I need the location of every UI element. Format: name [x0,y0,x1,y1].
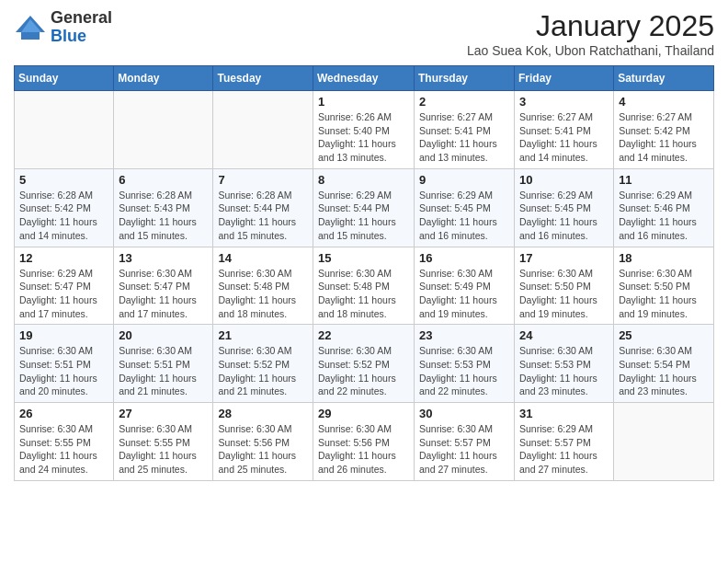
day-number: 23 [419,328,509,342]
day-number: 29 [318,407,409,420]
day-number: 12 [19,251,108,265]
calendar-cell: 27Sunrise: 6:30 AM Sunset: 5:55 PM Dayli… [114,403,213,481]
day-number: 7 [218,173,308,187]
weekday-header: Tuesday [213,66,313,91]
logo-icon [14,14,47,41]
calendar-cell: 5Sunrise: 6:28 AM Sunset: 5:42 PM Daylig… [15,168,114,247]
day-info: Sunrise: 6:30 AM Sunset: 5:52 PM Dayligh… [318,344,409,398]
location-title: Lao Suea Kok, Ubon Ratchathani, Thailand [467,43,714,58]
calendar-cell: 11Sunrise: 6:29 AM Sunset: 5:46 PM Dayli… [614,168,714,247]
calendar-cell: 21Sunrise: 6:30 AM Sunset: 5:52 PM Dayli… [213,325,313,403]
calendar-week-row: 5Sunrise: 6:28 AM Sunset: 5:42 PM Daylig… [15,168,714,247]
day-number: 18 [619,251,709,265]
day-info: Sunrise: 6:27 AM Sunset: 5:41 PM Dayligh… [419,110,509,165]
calendar-cell: 28Sunrise: 6:30 AM Sunset: 5:56 PM Dayli… [213,403,313,481]
logo-text: General Blue [51,9,112,46]
calendar-cell: 19Sunrise: 6:30 AM Sunset: 5:51 PM Dayli… [15,325,114,403]
calendar-week-row: 12Sunrise: 6:29 AM Sunset: 5:47 PM Dayli… [15,247,714,325]
day-info: Sunrise: 6:30 AM Sunset: 5:56 PM Dayligh… [218,422,308,477]
month-title: January 2025 [467,9,714,43]
calendar-cell: 12Sunrise: 6:29 AM Sunset: 5:47 PM Dayli… [15,247,114,325]
day-info: Sunrise: 6:30 AM Sunset: 5:55 PM Dayligh… [119,422,208,477]
day-number: 8 [318,173,409,187]
calendar-table: SundayMondayTuesdayWednesdayThursdayFrid… [14,65,714,481]
day-number: 26 [19,407,108,420]
calendar-week-row: 1Sunrise: 6:26 AM Sunset: 5:40 PM Daylig… [15,91,714,169]
day-info: Sunrise: 6:30 AM Sunset: 5:55 PM Dayligh… [19,422,108,477]
calendar-cell: 8Sunrise: 6:29 AM Sunset: 5:44 PM Daylig… [313,168,415,247]
title-block: January 2025 Lao Suea Kok, Ubon Ratchath… [467,9,714,58]
day-info: Sunrise: 6:30 AM Sunset: 5:50 PM Dayligh… [619,267,709,321]
calendar-cell: 17Sunrise: 6:30 AM Sunset: 5:50 PM Dayli… [515,247,614,325]
day-number: 2 [419,95,509,109]
day-info: Sunrise: 6:29 AM Sunset: 5:44 PM Dayligh… [318,189,409,243]
calendar-cell: 16Sunrise: 6:30 AM Sunset: 5:49 PM Dayli… [415,247,515,325]
day-info: Sunrise: 6:30 AM Sunset: 5:51 PM Dayligh… [19,344,108,398]
day-number: 22 [318,328,409,342]
weekday-header: Monday [114,66,213,91]
day-number: 9 [419,173,509,187]
day-info: Sunrise: 6:30 AM Sunset: 5:49 PM Dayligh… [419,267,509,321]
weekday-header: Sunday [15,66,114,91]
calendar-cell: 9Sunrise: 6:29 AM Sunset: 5:45 PM Daylig… [415,168,515,247]
calendar-cell [15,91,114,169]
day-info: Sunrise: 6:27 AM Sunset: 5:41 PM Dayligh… [519,110,609,165]
weekday-header-row: SundayMondayTuesdayWednesdayThursdayFrid… [15,66,714,91]
day-info: Sunrise: 6:30 AM Sunset: 5:54 PM Dayligh… [619,344,709,398]
day-info: Sunrise: 6:29 AM Sunset: 5:45 PM Dayligh… [519,189,609,243]
weekday-header: Wednesday [313,66,415,91]
calendar-cell: 15Sunrise: 6:30 AM Sunset: 5:48 PM Dayli… [313,247,415,325]
calendar-cell: 4Sunrise: 6:27 AM Sunset: 5:42 PM Daylig… [614,91,714,169]
day-info: Sunrise: 6:28 AM Sunset: 5:42 PM Dayligh… [19,189,108,243]
calendar-cell: 6Sunrise: 6:28 AM Sunset: 5:43 PM Daylig… [114,168,213,247]
weekday-header: Thursday [415,66,515,91]
calendar-week-row: 26Sunrise: 6:30 AM Sunset: 5:55 PM Dayli… [15,403,714,481]
day-number: 11 [619,173,709,187]
day-info: Sunrise: 6:28 AM Sunset: 5:44 PM Dayligh… [218,189,308,243]
calendar-cell: 2Sunrise: 6:27 AM Sunset: 5:41 PM Daylig… [415,91,515,169]
day-number: 24 [519,328,609,342]
day-info: Sunrise: 6:30 AM Sunset: 5:53 PM Dayligh… [519,344,609,398]
day-number: 15 [318,251,409,265]
day-info: Sunrise: 6:29 AM Sunset: 5:46 PM Dayligh… [619,189,709,243]
day-number: 1 [318,95,409,109]
day-info: Sunrise: 6:30 AM Sunset: 5:56 PM Dayligh… [318,422,409,477]
day-info: Sunrise: 6:29 AM Sunset: 5:57 PM Dayligh… [519,422,609,477]
calendar-cell: 22Sunrise: 6:30 AM Sunset: 5:52 PM Dayli… [313,325,415,403]
calendar-cell: 30Sunrise: 6:30 AM Sunset: 5:57 PM Dayli… [415,403,515,481]
day-number: 4 [619,95,709,109]
day-number: 13 [119,251,208,265]
day-info: Sunrise: 6:30 AM Sunset: 5:52 PM Dayligh… [218,344,308,398]
calendar-cell: 18Sunrise: 6:30 AM Sunset: 5:50 PM Dayli… [614,247,714,325]
logo: General Blue [14,9,112,46]
day-info: Sunrise: 6:30 AM Sunset: 5:48 PM Dayligh… [318,267,409,321]
day-info: Sunrise: 6:29 AM Sunset: 5:45 PM Dayligh… [419,189,509,243]
weekday-header: Saturday [614,66,714,91]
day-number: 27 [119,407,208,420]
day-number: 10 [519,173,609,187]
calendar-cell: 20Sunrise: 6:30 AM Sunset: 5:51 PM Dayli… [114,325,213,403]
day-number: 6 [119,173,208,187]
day-number: 3 [519,95,609,109]
day-number: 14 [218,251,308,265]
day-info: Sunrise: 6:27 AM Sunset: 5:42 PM Dayligh… [619,110,709,165]
day-info: Sunrise: 6:30 AM Sunset: 5:51 PM Dayligh… [119,344,208,398]
day-info: Sunrise: 6:28 AM Sunset: 5:43 PM Dayligh… [119,189,208,243]
day-number: 31 [519,407,609,420]
day-info: Sunrise: 6:30 AM Sunset: 5:48 PM Dayligh… [218,267,308,321]
day-number: 28 [218,407,308,420]
calendar-cell: 26Sunrise: 6:30 AM Sunset: 5:55 PM Dayli… [15,403,114,481]
calendar-cell [114,91,213,169]
calendar-cell: 29Sunrise: 6:30 AM Sunset: 5:56 PM Dayli… [313,403,415,481]
calendar-cell: 24Sunrise: 6:30 AM Sunset: 5:53 PM Dayli… [515,325,614,403]
calendar-cell [614,403,714,481]
day-info: Sunrise: 6:30 AM Sunset: 5:53 PM Dayligh… [419,344,509,398]
day-info: Sunrise: 6:30 AM Sunset: 5:47 PM Dayligh… [119,267,208,321]
calendar-week-row: 19Sunrise: 6:30 AM Sunset: 5:51 PM Dayli… [15,325,714,403]
day-info: Sunrise: 6:30 AM Sunset: 5:50 PM Dayligh… [519,267,609,321]
day-info: Sunrise: 6:29 AM Sunset: 5:47 PM Dayligh… [19,267,108,321]
calendar-cell [213,91,313,169]
calendar-cell: 7Sunrise: 6:28 AM Sunset: 5:44 PM Daylig… [213,168,313,247]
day-number: 25 [619,328,709,342]
day-info: Sunrise: 6:26 AM Sunset: 5:40 PM Dayligh… [318,110,409,165]
